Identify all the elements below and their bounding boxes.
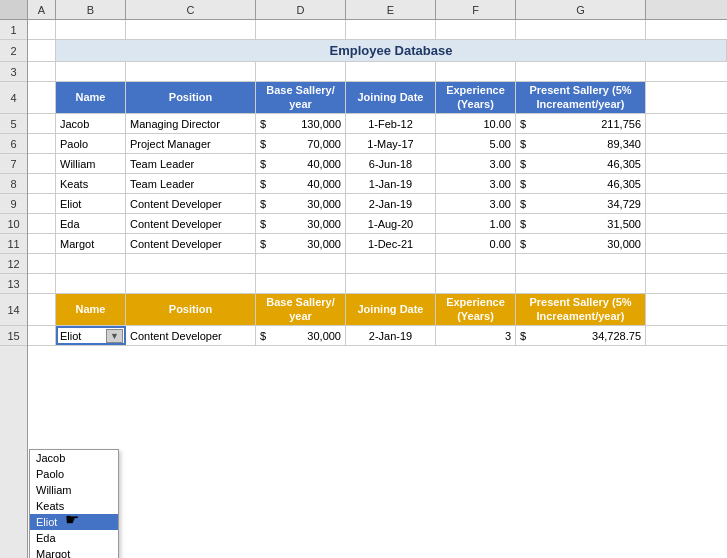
dropdown-item-william[interactable]: William	[30, 482, 118, 498]
row-num-7: 7	[0, 154, 27, 174]
header-experience: Experience (Years)	[436, 82, 516, 113]
row-9: Eliot Content Developer $ 30,000 2-Jan-1…	[28, 194, 727, 214]
dropdown-item-eliot[interactable]: Eliot	[30, 514, 118, 530]
cell-e13	[346, 274, 436, 293]
cell-e8: 1-Jan-19	[346, 174, 436, 193]
cell-e1	[346, 20, 436, 39]
cell-d7: $ 40,000	[256, 154, 346, 173]
cell-g15: $ 34,728.75	[516, 326, 646, 345]
cell-d1	[256, 20, 346, 39]
header2-name: Name	[56, 294, 126, 325]
header-present-salary: Present Sallery (5% Increament/year)	[516, 82, 646, 113]
cell-g8: $ 46,305	[516, 174, 646, 193]
cell-a5	[28, 114, 56, 133]
cell-e15: 2-Jan-19	[346, 326, 436, 345]
dropdown-item-paolo[interactable]: Paolo	[30, 466, 118, 482]
dropdown-item-jacob[interactable]: Jacob	[30, 450, 118, 466]
col-header-d: D	[256, 0, 346, 19]
row-14-headers: Name Position Base Sallery/ year Joining…	[28, 294, 727, 326]
cell-g11: $ 30,000	[516, 234, 646, 253]
title-cell: Employee Database	[56, 40, 727, 61]
cell-e12	[346, 254, 436, 273]
col-header-g: G	[516, 0, 646, 19]
col-header-f: F	[436, 0, 516, 19]
cell-f1	[436, 20, 516, 39]
row-numbers: 1 2 3 4 5 6 7 8 9 10 11 12 13 14 15	[0, 20, 28, 558]
cell-e11: 1-Dec-21	[346, 234, 436, 253]
cell-g7: $ 46,305	[516, 154, 646, 173]
cell-b7: William	[56, 154, 126, 173]
row-num-14: 14	[0, 294, 27, 326]
dropdown-item-eda[interactable]: Eda	[30, 530, 118, 546]
cell-a12	[28, 254, 56, 273]
row-13	[28, 274, 727, 294]
cell-g6: $ 89,340	[516, 134, 646, 153]
cell-b13	[56, 274, 126, 293]
dropdown-item-margot[interactable]: Margot	[30, 546, 118, 558]
cell-b15-name[interactable]: Eliot ▼	[56, 326, 126, 345]
row-6: Paolo Project Manager $ 70,000 1-May-17 …	[28, 134, 727, 154]
row-num-5: 5	[0, 114, 27, 134]
cell-g9: $ 34,729	[516, 194, 646, 213]
col-header-a: A	[28, 0, 56, 19]
cell-g5: $ 211,756	[516, 114, 646, 133]
cell-f7: 3.00	[436, 154, 516, 173]
header2-position: Position	[126, 294, 256, 325]
row-num-2: 2	[0, 40, 27, 62]
col-header-b: B	[56, 0, 126, 19]
dropdown-arrow-icon[interactable]: ▼	[106, 329, 123, 343]
row-12	[28, 254, 727, 274]
row-num-9: 9	[0, 194, 27, 214]
row-num-6: 6	[0, 134, 27, 154]
cell-f10: 1.00	[436, 214, 516, 233]
row-7: William Team Leader $ 40,000 6-Jun-18 3.…	[28, 154, 727, 174]
cell-g12	[516, 254, 646, 273]
cell-a8	[28, 174, 56, 193]
cell-b9: Eliot	[56, 194, 126, 213]
cell-d11: $ 30,000	[256, 234, 346, 253]
row-num-1: 1	[0, 20, 27, 40]
cell-b5: Jacob	[56, 114, 126, 133]
cell-f3	[436, 62, 516, 81]
header2-joining-date: Joining Date	[346, 294, 436, 325]
cell-c9: Content Developer	[126, 194, 256, 213]
grid-area: Employee Database Name Position Base Sal…	[28, 20, 727, 558]
cell-c1	[126, 20, 256, 39]
cell-b3	[56, 62, 126, 81]
row-15: Eliot ▼ Content Developer $ 30,000 2-Jan…	[28, 326, 727, 346]
cell-e7: 6-Jun-18	[346, 154, 436, 173]
row-num-8: 8	[0, 174, 27, 194]
cell-g1	[516, 20, 646, 39]
cell-b11: Margot	[56, 234, 126, 253]
cell-d15: $ 30,000	[256, 326, 346, 345]
cell-b8: Keats	[56, 174, 126, 193]
row-8: Keats Team Leader $ 40,000 1-Jan-19 3.00…	[28, 174, 727, 194]
dropdown-item-keats[interactable]: Keats	[30, 498, 118, 514]
cell-c13	[126, 274, 256, 293]
name-dropdown[interactable]: Jacob Paolo William Keats Eliot Eda Marg…	[29, 449, 119, 558]
cell-b6: Paolo	[56, 134, 126, 153]
cell-a6	[28, 134, 56, 153]
cell-e6: 1-May-17	[346, 134, 436, 153]
row-num-11: 11	[0, 234, 27, 254]
cell-e9: 2-Jan-19	[346, 194, 436, 213]
row-1	[28, 20, 727, 40]
cell-b1	[56, 20, 126, 39]
cell-g3	[516, 62, 646, 81]
cell-b10: Eda	[56, 214, 126, 233]
cell-e5: 1-Feb-12	[346, 114, 436, 133]
cell-d12	[256, 254, 346, 273]
row-num-4: 4	[0, 82, 27, 114]
cell-c8: Team Leader	[126, 174, 256, 193]
cell-f5: 10.00	[436, 114, 516, 133]
column-headers: A B C D E F G	[0, 0, 727, 20]
cell-f6: 5.00	[436, 134, 516, 153]
cell-a10	[28, 214, 56, 233]
row-11: Margot Content Developer $ 30,000 1-Dec-…	[28, 234, 727, 254]
corner-cell	[0, 0, 28, 19]
row-10: Eda Content Developer $ 30,000 1-Aug-20 …	[28, 214, 727, 234]
header-base-salary: Base Sallery/ year	[256, 82, 346, 113]
cell-c3	[126, 62, 256, 81]
cell-c12	[126, 254, 256, 273]
header-joining-date: Joining Date	[346, 82, 436, 113]
